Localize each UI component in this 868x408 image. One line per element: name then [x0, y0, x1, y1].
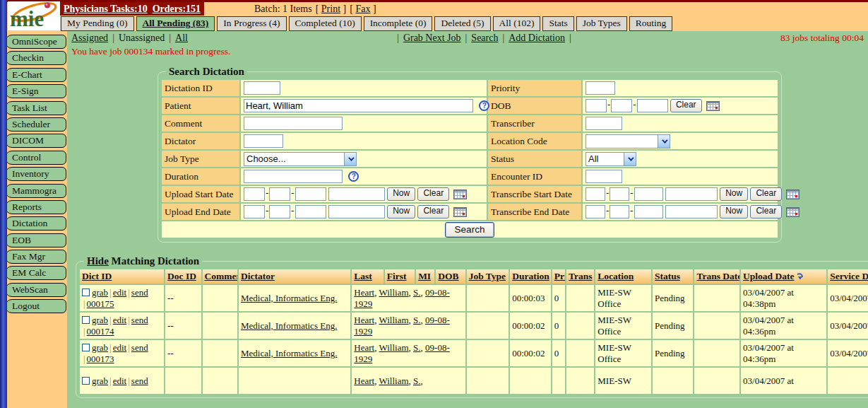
- upload-start-now-button[interactable]: Now: [387, 187, 415, 201]
- edit-link[interactable]: edit: [113, 315, 127, 325]
- transcribe-end-year-input[interactable]: [634, 205, 663, 218]
- sidebar-item-control[interactable]: Control: [5, 151, 66, 165]
- encounter-id-input[interactable]: [585, 170, 622, 183]
- transcribe-end-now-button[interactable]: Now: [720, 205, 748, 218]
- patient-first-link[interactable]: William: [379, 342, 409, 353]
- sidebar-item-reports[interactable]: Reports: [5, 200, 66, 214]
- assigned-link[interactable]: Assigned: [71, 33, 108, 44]
- transcribe-start-clear-button[interactable]: Clear: [750, 187, 782, 201]
- transcribe-end-month-input[interactable]: [585, 205, 605, 218]
- sidebar-item-checkin[interactable]: Checkin: [5, 51, 66, 65]
- sidebar-item-mammography[interactable]: Mammogra: [5, 184, 66, 198]
- col-header-service-date[interactable]: Service Date: [830, 271, 868, 281]
- sidebar-item-logout[interactable]: Logout: [5, 299, 66, 313]
- dob-clear-button[interactable]: Clear: [670, 99, 702, 112]
- dict-id-link[interactable]: 000175: [87, 298, 114, 309]
- col-header-pri[interactable]: Pri: [554, 271, 565, 281]
- sidebar-item-eob[interactable]: EOB: [5, 233, 66, 247]
- patient-mi-link[interactable]: S.: [413, 315, 420, 325]
- upload-start-clear-button[interactable]: Clear: [417, 187, 449, 201]
- upload-start-year-input[interactable]: [295, 187, 326, 201]
- tab-routing[interactable]: Routing: [629, 16, 673, 31]
- upload-end-clear-button[interactable]: Clear: [417, 205, 449, 218]
- status-select[interactable]: All: [585, 152, 636, 166]
- patient-first-link[interactable]: William: [379, 315, 409, 325]
- send-link[interactable]: send: [131, 287, 148, 298]
- col-header-last[interactable]: Last: [354, 271, 372, 281]
- row-checkbox[interactable]: [82, 316, 90, 324]
- col-header-trans-date[interactable]: Trans Date: [696, 271, 739, 281]
- col-header-doc-id[interactable]: Doc ID: [167, 271, 196, 281]
- patient-first-link[interactable]: William: [379, 287, 409, 298]
- patient-mi-link[interactable]: S.: [413, 342, 420, 353]
- add-dictation-link[interactable]: Add Dictation: [509, 33, 565, 44]
- send-link[interactable]: send: [131, 375, 148, 386]
- tab-incomplete[interactable]: Incomplete (0): [364, 16, 433, 31]
- col-header-status[interactable]: Status: [655, 271, 680, 281]
- patient-input[interactable]: [244, 99, 473, 112]
- upload-end-year-input[interactable]: [295, 205, 326, 218]
- patient-last-link[interactable]: Heart: [354, 315, 374, 325]
- grab-link[interactable]: grab: [92, 315, 108, 325]
- patient-mi-link[interactable]: S.: [413, 375, 420, 386]
- duration-help-icon[interactable]: ?: [348, 171, 359, 182]
- tab-deleted[interactable]: Deleted (5): [434, 16, 490, 31]
- sidebar-item-dicom[interactable]: DICOM: [5, 134, 66, 148]
- upload-end-calendar-icon[interactable]: [453, 207, 467, 217]
- col-header-job-type[interactable]: Job Type: [469, 271, 506, 281]
- dictator-link[interactable]: Medical, Informatics Eng.: [241, 348, 337, 359]
- grab-link[interactable]: grab: [92, 342, 108, 353]
- transcribe-end-time-input[interactable]: [665, 205, 718, 218]
- upload-start-month-input[interactable]: [244, 187, 265, 201]
- row-checkbox[interactable]: [82, 377, 90, 385]
- physicians-tasks-link[interactable]: Physicians Tasks:10: [64, 4, 148, 15]
- dict-id-link[interactable]: 000173: [87, 354, 114, 364]
- dob-year-input[interactable]: [637, 99, 668, 112]
- duration-input[interactable]: [244, 170, 343, 183]
- transcribe-end-clear-button[interactable]: Clear: [750, 205, 782, 218]
- sidebar-item-omniscope[interactable]: OmniScope: [5, 35, 66, 49]
- patient-last-link[interactable]: Heart: [354, 375, 374, 386]
- patient-last-link[interactable]: Heart: [354, 287, 374, 298]
- transcribe-start-year-input[interactable]: [634, 187, 663, 201]
- tab-completed[interactable]: Completed (10): [289, 16, 362, 31]
- tab-job-types[interactable]: Job Types: [576, 16, 627, 31]
- upload-end-time-input[interactable]: [328, 205, 385, 218]
- col-header-upload-date[interactable]: Upload Date: [743, 271, 794, 281]
- row-checkbox[interactable]: [82, 288, 90, 296]
- hide-link[interactable]: Hide: [87, 255, 109, 267]
- patient-last-link[interactable]: Heart: [354, 342, 374, 353]
- dictation-id-input[interactable]: [244, 81, 280, 95]
- all-link[interactable]: All: [175, 33, 188, 44]
- upload-start-time-input[interactable]: [328, 187, 385, 201]
- search-button[interactable]: Search: [445, 222, 495, 238]
- grab-link[interactable]: grab: [92, 287, 108, 298]
- tab-all[interactable]: All (102): [493, 16, 541, 31]
- grab-next-job-link[interactable]: Grab Next Job: [403, 33, 461, 44]
- upload-end-day-input[interactable]: [269, 205, 290, 218]
- dob-day-input[interactable]: [611, 99, 632, 112]
- job-type-select[interactable]: Choose...: [244, 152, 357, 166]
- col-header-first[interactable]: First: [387, 271, 407, 281]
- dictator-input[interactable]: [244, 134, 283, 148]
- orders-link[interactable]: Orders:151: [153, 4, 201, 15]
- sidebar-item-e-sign[interactable]: E-Sign: [5, 84, 66, 98]
- sidebar-item-dictation[interactable]: Dictation: [5, 216, 66, 231]
- sidebar-item-inventory[interactable]: Inventory: [5, 167, 66, 181]
- transcribe-end-day-input[interactable]: [610, 205, 629, 218]
- tab-stats[interactable]: Stats: [542, 16, 573, 31]
- sidebar-item-em-calc[interactable]: EM Calc: [5, 266, 66, 280]
- send-link[interactable]: send: [131, 315, 148, 325]
- transcriber-input[interactable]: [585, 117, 622, 130]
- sidebar-item-e-chart[interactable]: E-Chart: [5, 68, 66, 82]
- dict-id-link[interactable]: 000174: [87, 326, 114, 337]
- priority-input[interactable]: [585, 81, 615, 95]
- comment-input[interactable]: [244, 117, 343, 130]
- location-code-select[interactable]: [585, 134, 670, 148]
- col-header-location[interactable]: Location: [598, 271, 634, 281]
- dictator-link[interactable]: Medical, Informatics Eng.: [241, 320, 337, 331]
- dob-month-input[interactable]: [585, 99, 607, 112]
- fax-link[interactable]: Fax: [355, 4, 370, 14]
- edit-link[interactable]: edit: [113, 342, 127, 353]
- sidebar-item-webscan[interactable]: WebScan: [5, 283, 66, 297]
